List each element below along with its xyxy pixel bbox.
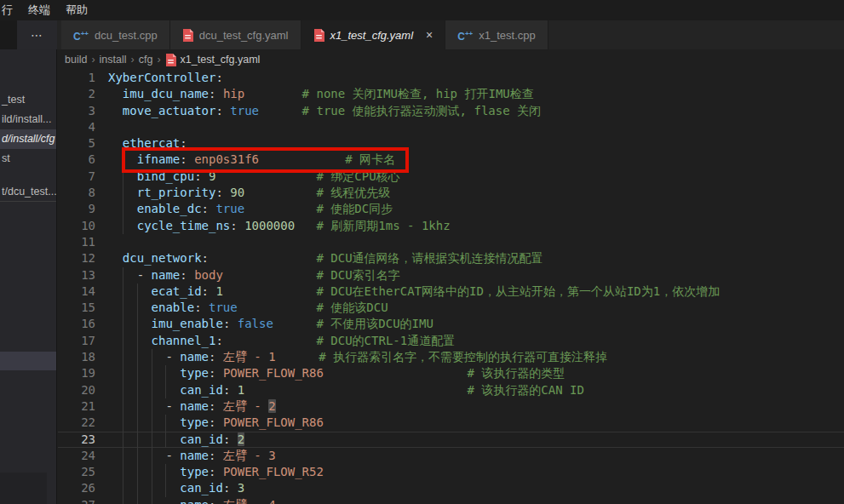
line-content: can_id: 1 # 该执行器的CAN ID — [95, 382, 584, 398]
line-content: can_id: 2 — [95, 432, 244, 448]
sidebar-item[interactable]: ild/install... — [0, 110, 56, 129]
line-content: cycle_time_ns: 1000000 # 刷新周期1ms - 1khz — [95, 218, 451, 234]
code-line-9[interactable]: 9 enable_dc: true # 使能DC同步 — [58, 201, 844, 217]
line-number: 6 — [58, 152, 95, 168]
code-line-26[interactable]: 26 can_id: 3 — [58, 480, 844, 496]
indent-guide — [123, 448, 123, 464]
sidebar-item[interactable]: d/install/cfg — [0, 129, 56, 149]
indent-guide — [123, 382, 123, 398]
line-content: ifname: enp0s31f6 # 网卡名 — [95, 152, 395, 168]
breadcrumb-file[interactable]: x1_test_cfg.yaml — [165, 54, 261, 66]
tabs-container: C++dcu_test.cppdcu_test_cfg.yamlx1_test_… — [61, 20, 548, 49]
code-line-1[interactable]: 1XyberController: — [58, 70, 844, 86]
line-content — [95, 234, 108, 250]
indent-guide — [152, 448, 152, 464]
indent-guide — [137, 316, 138, 332]
indent-guide — [123, 152, 123, 168]
breadcrumb-segment-cfg[interactable]: cfg — [139, 54, 153, 66]
code-line-23[interactable]: 23 can_id: 2 — [58, 432, 844, 448]
code-line-16[interactable]: 16 imu_enable: false # 不使用该DCU的IMU — [58, 316, 844, 332]
code-line-17[interactable]: 17 channel_1: # DCU的CTRL-1通道配置 — [58, 333, 844, 349]
code-line-3[interactable]: 3 move_actuator: true # true 使能执行器运动测试, … — [58, 103, 844, 119]
tab-x1_test.cpp[interactable]: C++x1_test.cpp — [445, 20, 548, 49]
code-line-12[interactable]: 12 dcu_network: # DCU通信网络，请根据实机连接情况配置 — [58, 250, 844, 266]
more-actions-button[interactable]: ⋯ — [17, 20, 57, 49]
code-line-25[interactable]: 25 type: POWER_FLOW_R52 — [58, 464, 844, 480]
indent-guide — [152, 497, 152, 504]
code-line-27[interactable]: 27 - name: 左臂 - 4 — [58, 497, 844, 504]
line-content: move_actuator: true # true 使能执行器运动测试, fl… — [95, 103, 541, 119]
line-number: 22 — [58, 415, 95, 431]
tab-label: x1_test_cfg.yaml — [330, 29, 414, 42]
code-line-4[interactable]: 4 — [58, 119, 844, 135]
tab-label: dcu_test.cpp — [95, 29, 158, 42]
chevron-right-icon: › — [157, 54, 160, 66]
line-number: 27 — [58, 497, 95, 504]
sidebar-panel: _testild/install...d/install/cfgstt/dcu_… — [0, 49, 57, 504]
indent-guide — [137, 382, 138, 398]
line-content: rt_priority: 90 # 线程优先级 — [95, 185, 390, 201]
sidebar-item[interactable]: _test — [0, 90, 56, 110]
line-content: imu_dcu_name: hip # none 关闭IMU检查, hip 打开… — [95, 86, 534, 102]
menu-item-terminal[interactable]: 终端 — [20, 0, 58, 20]
sidebar-highlight-row[interactable] — [0, 352, 57, 370]
close-icon[interactable]: × — [426, 29, 433, 41]
sidebar-item[interactable]: t/dcu_test... — [0, 182, 56, 202]
chevron-right-icon: › — [91, 54, 95, 66]
code-line-11[interactable]: 11 — [58, 234, 844, 250]
code-line-10[interactable]: 10 cycle_time_ns: 1000000 # 刷新周期1ms - 1k… — [58, 218, 844, 234]
code-line-14[interactable]: 14 ecat_id: 1 # DCU在EtherCAT网络中的ID，从主站开始… — [58, 284, 844, 300]
line-number: 4 — [58, 119, 95, 135]
code-line-2[interactable]: 2 imu_dcu_name: hip # none 关闭IMU检查, hip … — [58, 86, 844, 102]
code-line-24[interactable]: 24 - name: 左臂 - 3 — [58, 448, 844, 464]
code-line-8[interactable]: 8 rt_priority: 90 # 线程优先级 — [58, 185, 844, 201]
line-content: ecat_id: 1 # DCU在EtherCAT网络中的ID，从主站开始，第一… — [95, 284, 720, 300]
code-line-5[interactable]: 5 ethercat: — [58, 135, 844, 152]
tab-dcu_test.cpp[interactable]: C++dcu_test.cpp — [61, 20, 170, 49]
breadcrumb-segment-install[interactable]: install — [100, 54, 127, 66]
editor[interactable]: 1XyberController:2 imu_dcu_name: hip # n… — [58, 70, 844, 504]
indent-guide — [123, 218, 123, 234]
code-line-19[interactable]: 19 type: POWER_FLOW_R86 # 该执行器的类型 — [58, 365, 844, 381]
indent-guide — [152, 432, 152, 448]
indent-guide — [123, 201, 123, 217]
code-line-21[interactable]: 21 - name: 左臂 - 2 — [58, 398, 844, 415]
tab-bar: ⋯ C++dcu_test.cppdcu_test_cfg.yamlx1_tes… — [0, 20, 844, 49]
indent-guide — [152, 398, 152, 415]
code-line-7[interactable]: 7 bind_cpu: 9 # 绑定CPU核心 — [58, 169, 844, 185]
code-line-22[interactable]: 22 type: POWER_FLOW_R86 — [58, 415, 844, 431]
code-line-6[interactable]: 6 ifname: enp0s31f6 # 网卡名 — [58, 152, 844, 168]
tab-dcu_test_cfg.yaml[interactable]: dcu_test_cfg.yaml — [170, 20, 301, 49]
line-content: bind_cpu: 9 # 绑定CPU核心 — [95, 169, 400, 185]
code-line-18[interactable]: 18 - name: 左臂 - 1 # 执行器索引名字，不需要控制的执行器可直接… — [58, 349, 844, 365]
line-content: channel_1: # DCU的CTRL-1通道配置 — [95, 333, 455, 349]
line-number: 20 — [58, 382, 95, 398]
line-number: 26 — [58, 480, 95, 496]
indent-guide — [123, 365, 123, 381]
menu-item-run[interactable]: 行 — [0, 0, 20, 20]
sidebar-item[interactable]: st — [0, 149, 56, 169]
code-line-20[interactable]: 20 can_id: 1 # 该执行器的CAN ID — [58, 382, 844, 398]
indent-guide — [165, 432, 166, 448]
line-number: 19 — [58, 365, 95, 381]
line-number: 12 — [58, 250, 95, 266]
line-number: 25 — [58, 464, 95, 480]
line-number: 18 — [58, 349, 95, 365]
menu-item-help[interactable]: 帮助 — [58, 0, 95, 20]
yaml-icon — [165, 54, 176, 66]
sidebar-list: _testild/install...d/install/cfgstt/dcu_… — [0, 49, 56, 202]
indent-guide — [137, 349, 138, 365]
code-line-13[interactable]: 13 - name: body # DCU索引名字 — [58, 267, 844, 284]
code-lines: 1XyberController:2 imu_dcu_name: hip # n… — [58, 70, 844, 504]
line-number: 14 — [58, 284, 95, 300]
breadcrumb-segment-build[interactable]: build — [65, 54, 87, 66]
line-number: 2 — [58, 86, 95, 102]
indent-guide — [152, 415, 152, 431]
tab-x1_test_cfg.yaml[interactable]: x1_test_cfg.yaml× — [301, 20, 446, 49]
tab-label: x1_test.cpp — [479, 29, 536, 42]
sidebar-bottom-block — [0, 472, 47, 504]
indent-guide — [123, 480, 123, 496]
code-line-15[interactable]: 15 enable: true # 使能该DCU — [58, 300, 844, 316]
indent-guide — [123, 349, 123, 365]
indent-guide — [123, 267, 123, 284]
